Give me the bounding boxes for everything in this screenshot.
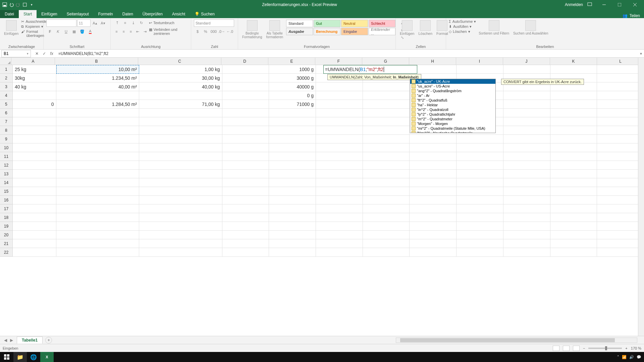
cell-K19[interactable] [550,222,597,231]
table-format-button[interactable]: Als Tabelle formatieren [265,19,284,40]
cell-I17[interactable] [457,204,503,213]
font-family-combo[interactable] [46,19,76,27]
cell-C21[interactable] [139,239,222,248]
cell-J18[interactable] [503,213,550,222]
font-size-combo[interactable]: 11 [77,19,91,27]
row-header[interactable]: 3 [0,82,13,91]
cell-F5[interactable] [316,100,363,109]
col-header-K[interactable]: K [550,58,597,65]
row-header[interactable]: 21 [0,239,13,248]
zoom-slider[interactable] [588,348,622,349]
cell-K22[interactable] [550,248,597,257]
align-right-button[interactable]: ≡ [127,28,134,35]
cell-H20[interactable] [410,231,457,239]
cell-L6[interactable] [597,109,644,117]
cell-I9[interactable] [457,135,503,143]
cell-J22[interactable] [503,248,550,257]
cell-D18[interactable] [222,213,269,222]
cell-G9[interactable] [363,135,410,143]
cell-B1[interactable]: 10,00 m² [56,65,139,74]
cell-D9[interactable] [222,135,269,143]
style-standard[interactable]: Standard [286,20,313,27]
tray-network-icon[interactable]: 📶 [622,355,627,359]
cell-H21[interactable] [410,239,457,248]
view-pagebreak-button[interactable] [573,346,580,351]
cell-G7[interactable] [363,117,410,126]
autocomplete-item[interactable]: "ly^2" - Quadratlichtjahr [410,112,495,117]
formula-expand-button[interactable]: ▾ [638,51,644,56]
cell-F8[interactable] [316,126,363,135]
cell-F18[interactable] [316,213,363,222]
col-header-C[interactable]: C [138,58,221,65]
cell-I19[interactable] [457,222,503,231]
cell-J21[interactable] [503,239,550,248]
col-header-L[interactable]: L [597,58,644,65]
cell-I13[interactable] [457,170,503,178]
tray-notifications-icon[interactable]: 💬 [637,355,641,359]
taskbar-explorer[interactable]: 📁 [13,352,27,362]
cell-L3[interactable] [597,82,644,91]
cell-J5[interactable] [503,100,550,109]
cell-K11[interactable] [550,152,597,161]
cell-A17[interactable] [13,204,56,213]
row-header[interactable]: 7 [0,117,13,126]
style-berechnung[interactable]: Berechnung [314,28,340,35]
tab-formeln[interactable]: Formeln [94,10,118,18]
cells-insert-button[interactable]: Einfügen [398,19,416,36]
tab-ueberpruefen[interactable]: Überprüfen [138,10,167,18]
row-header[interactable]: 1 [0,65,13,74]
autocomplete-list[interactable]: "uk_acre" - UK-Acre"us_acre" - US-Acre"a… [410,79,496,133]
cell-D4[interactable] [222,91,269,100]
tab-ansicht[interactable]: Ansicht [167,10,190,18]
cell-A10[interactable] [13,143,56,152]
cell-D7[interactable] [222,117,269,126]
cell-A8[interactable] [13,126,56,135]
cell-K1[interactable] [550,65,597,74]
minimize-button[interactable] [596,0,612,9]
cell-L8[interactable] [597,126,644,135]
cell-J7[interactable] [503,117,550,126]
cell-L9[interactable] [597,135,644,143]
percent-button[interactable]: % [202,28,209,35]
row-header[interactable]: 20 [0,231,13,239]
cell-L10[interactable] [597,143,644,152]
view-layout-button[interactable] [563,346,570,351]
tab-nav-prev[interactable]: ◀ [3,338,8,343]
cell-D8[interactable] [222,126,269,135]
cell-J20[interactable] [503,231,550,239]
cell-B3[interactable]: 40,00 m² [56,82,139,91]
cell-F3[interactable] [316,82,363,91]
bold-button[interactable]: F [46,28,54,35]
cell-B15[interactable] [56,187,139,196]
find-select-button[interactable]: Suchen und Auswählen [512,19,550,36]
fill-color-button[interactable]: 🪣 [78,28,86,35]
cell-A14[interactable] [13,178,56,187]
cell-G16[interactable] [363,196,410,204]
cell-A5[interactable]: 0 [13,100,56,109]
cell-E22[interactable] [269,248,316,257]
thousands-button[interactable]: 000 [210,28,217,35]
row-header[interactable]: 15 [0,187,13,196]
cell-A9[interactable] [13,135,56,143]
cell-L15[interactable] [597,187,644,196]
col-header-J[interactable]: J [503,58,550,65]
cell-J4[interactable] [503,91,550,100]
cell-I14[interactable] [457,178,503,187]
cell-K12[interactable] [550,161,597,170]
cell-L1[interactable] [597,65,644,74]
cell-C1[interactable]: 1,00 kg [139,65,222,74]
zoom-in-button[interactable]: + [625,346,627,350]
cell-C2[interactable]: 30,00 kg [139,74,222,82]
cells-delete-button[interactable]: Löschen [417,19,434,36]
cell-E16[interactable] [269,196,316,204]
cell-E1[interactable]: 1000 g [269,65,316,74]
cell-D16[interactable] [222,196,269,204]
cell-E10[interactable] [269,143,316,152]
currency-button[interactable]: $ [194,28,201,35]
zoom-level[interactable]: 170 % [631,346,641,350]
share-button[interactable]: Teilen [630,13,640,18]
cell-L20[interactable] [597,231,644,239]
taskbar-browser[interactable]: 🌐 [27,352,40,362]
cell-A20[interactable] [13,231,56,239]
cell-B2[interactable]: 1.234,50 m² [56,74,139,82]
